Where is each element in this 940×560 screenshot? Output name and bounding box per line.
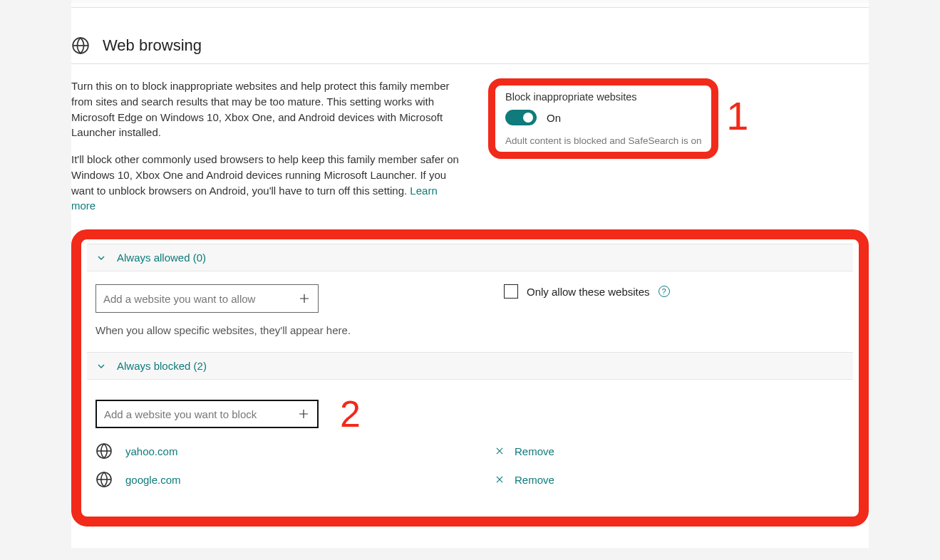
remove-label: Remove (515, 474, 554, 486)
top-divider (71, 0, 869, 7)
remove-site-button[interactable]: Remove (495, 445, 554, 457)
only-allow-checkbox[interactable] (504, 284, 518, 299)
close-icon (495, 446, 505, 456)
block-website-add-button[interactable] (289, 400, 317, 427)
allow-website-add-button[interactable] (289, 285, 318, 312)
allow-website-input[interactable] (96, 293, 289, 305)
remove-label: Remove (515, 445, 554, 457)
description-2-text: It'll block other commonly used browsers… (71, 153, 459, 197)
annotation-2-box: Always allowed (0) Only allow these webs… (71, 229, 869, 527)
block-websites-toggle[interactable] (505, 110, 537, 125)
block-website-input[interactable] (97, 408, 289, 420)
web-browsing-body: Turn this on to block inappropriate webs… (71, 78, 869, 225)
web-browsing-section: Web browsing Turn this on to block inapp… (71, 7, 869, 548)
always-blocked-label: Always blocked (2) (117, 360, 207, 372)
section-header: Web browsing (71, 36, 869, 64)
only-allow-label: Only allow these websites (527, 286, 650, 298)
plus-icon (297, 408, 310, 420)
toggle-subtext: Adult content is blocked and SafeSearch … (505, 135, 701, 146)
blocked-site-left: google.com (95, 471, 473, 488)
always-blocked-header[interactable]: Always blocked (2) (87, 352, 853, 380)
allowed-hint: When you allow specific websites, they'l… (95, 324, 845, 336)
toggle-row: On (505, 110, 701, 125)
globe-icon (71, 36, 90, 55)
always-allowed-label: Always allowed (0) (117, 252, 206, 264)
only-allow-row: Only allow these websites ? (504, 284, 670, 299)
chevron-down-icon (95, 361, 107, 372)
annotation-1-label: 1 (726, 93, 748, 139)
remove-site-button[interactable]: Remove (495, 474, 554, 486)
plus-icon (298, 292, 311, 305)
toggle-title: Block inappropriate websites (505, 91, 701, 103)
blocked-site-row: yahoo.comRemove (95, 435, 845, 464)
description-1: Turn this on to block inappropriate webs… (71, 78, 460, 140)
globe-icon (95, 442, 113, 460)
blocked-site-left: yahoo.com (95, 442, 473, 460)
blocked-add-row: 2 (95, 393, 845, 435)
blocked-site-row: google.comRemove (95, 464, 845, 492)
page-root: Web browsing Turn this on to block inapp… (0, 0, 940, 560)
description-column: Turn this on to block inappropriate webs… (71, 78, 460, 225)
annotation-1-box: 1 Block inappropriate websites On Adult … (488, 78, 718, 159)
section-title: Web browsing (103, 36, 202, 55)
description-2: It'll block other commonly used browsers… (71, 152, 460, 214)
allowed-add-row: Only allow these websites ? (95, 284, 845, 313)
blocked-site-name[interactable]: yahoo.com (125, 445, 177, 457)
blocked-sites-list: yahoo.comRemovegoogle.comRemove (95, 435, 845, 492)
always-blocked-body: 2 yahoo.comRemovegoogle.comRemove (87, 380, 853, 508)
close-icon (495, 475, 505, 484)
help-icon[interactable]: ? (658, 286, 670, 297)
block-website-input-wrap (95, 400, 319, 428)
blocked-site-name[interactable]: google.com (125, 474, 181, 486)
annotation-2-label: 2 (340, 393, 361, 435)
toggle-state-label: On (547, 112, 561, 124)
always-allowed-header[interactable]: Always allowed (0) (87, 244, 853, 271)
chevron-down-icon (95, 252, 107, 264)
always-allowed-body: Only allow these websites ? When you all… (87, 271, 853, 352)
allow-website-input-wrap (95, 284, 319, 313)
globe-icon (95, 471, 113, 488)
